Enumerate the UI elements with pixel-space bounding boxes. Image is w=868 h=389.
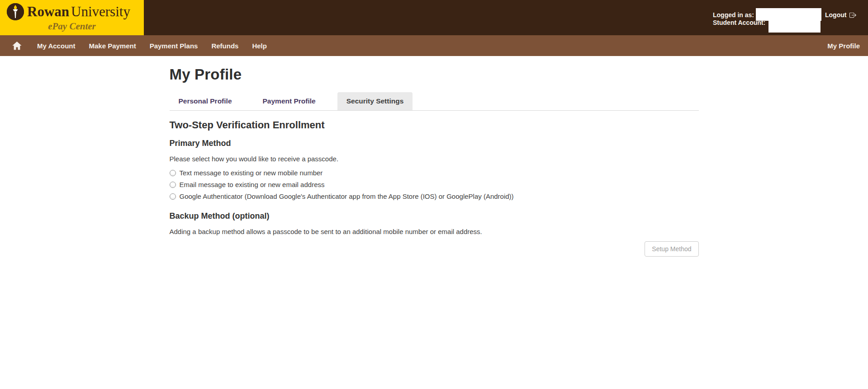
text-message-radio[interactable] bbox=[170, 170, 176, 176]
logo-wordmark: RowanUniversity bbox=[27, 4, 130, 20]
redacted-username bbox=[756, 8, 821, 21]
nav-item-payment-plans[interactable]: Payment Plans bbox=[150, 42, 198, 50]
nav-item-help[interactable]: Help bbox=[252, 42, 267, 50]
logout-icon bbox=[849, 12, 856, 19]
google-authenticator-radio[interactable] bbox=[170, 193, 176, 200]
google-authenticator-label[interactable]: Google Authenticator (Download Google's … bbox=[180, 192, 514, 200]
email-message-label[interactable]: Email message to existing or new email a… bbox=[180, 181, 325, 188]
nav-item-my-profile[interactable]: My Profile bbox=[827, 42, 860, 50]
home-icon bbox=[12, 42, 22, 50]
primary-method-heading: Primary Method bbox=[170, 139, 699, 148]
home-button[interactable] bbox=[12, 42, 22, 50]
setup-method-button[interactable]: Setup Method bbox=[645, 241, 698, 257]
logo-name-university: University bbox=[71, 4, 130, 19]
torch-icon bbox=[7, 3, 24, 20]
section-title: Two-Step Verification Enrollment bbox=[170, 119, 699, 131]
backup-method-heading: Backup Method (optional) bbox=[170, 211, 699, 221]
profile-tabs: Personal Profile Payment Profile Securit… bbox=[170, 92, 699, 111]
main-navigation-bar: My Account Make Payment Payment Plans Re… bbox=[0, 35, 868, 56]
logout-label: Logout bbox=[825, 11, 846, 19]
redacted-account-number bbox=[768, 21, 821, 33]
nav-item-my-account[interactable]: My Account bbox=[37, 42, 75, 50]
brand-logo[interactable]: RowanUniversity ePay Center bbox=[0, 0, 144, 35]
primary-method-instruction: Please select how you would like to rece… bbox=[170, 155, 699, 163]
logout-button[interactable]: Logout bbox=[825, 11, 856, 19]
nav-item-make-payment[interactable]: Make Payment bbox=[89, 42, 136, 50]
option-text-message[interactable]: Text message to existing or new mobile n… bbox=[170, 169, 699, 177]
primary-method-options: Text message to existing or new mobile n… bbox=[170, 169, 699, 200]
text-message-label[interactable]: Text message to existing or new mobile n… bbox=[180, 169, 323, 177]
top-header-bar: RowanUniversity ePay Center Logged in as… bbox=[0, 0, 868, 35]
option-google-authenticator[interactable]: Google Authenticator (Download Google's … bbox=[170, 192, 699, 200]
page-title: My Profile bbox=[170, 66, 699, 83]
logo-name-rowan: Rowan bbox=[27, 4, 69, 19]
content-area: My Profile Personal Profile Payment Prof… bbox=[170, 66, 699, 257]
button-row: Setup Method bbox=[170, 241, 699, 257]
tab-payment-profile[interactable]: Payment Profile bbox=[254, 92, 325, 110]
logged-in-as-label: Logged in as: bbox=[713, 11, 754, 19]
nav-item-refunds[interactable]: Refunds bbox=[211, 42, 238, 50]
logo-tagline: ePay Center bbox=[0, 21, 144, 32]
tab-personal-profile[interactable]: Personal Profile bbox=[170, 92, 241, 110]
email-message-radio[interactable] bbox=[170, 182, 176, 188]
student-account-label: Student Account: bbox=[713, 19, 765, 26]
option-email-message[interactable]: Email message to existing or new email a… bbox=[170, 181, 699, 188]
backup-method-description: Adding a backup method allows a passcode… bbox=[170, 228, 699, 235]
tab-security-settings[interactable]: Security Settings bbox=[337, 92, 413, 110]
